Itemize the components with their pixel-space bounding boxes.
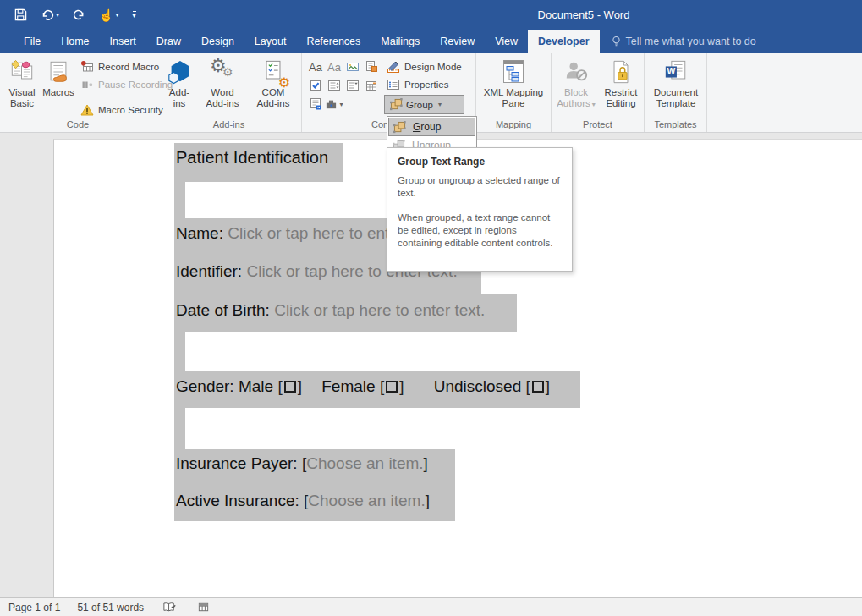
xml-mapping-pane-icon (500, 57, 527, 87)
macros-icon (46, 57, 71, 87)
tab-review[interactable]: Review (430, 30, 485, 53)
document-template-label-2: Template (656, 98, 696, 108)
picture-content-control-button[interactable] (343, 58, 362, 76)
visual-basic-button[interactable]: Visual Basic (5, 57, 39, 109)
group-dropdown-button[interactable]: Group ▾ (384, 95, 464, 114)
macro-status-icon (197, 601, 210, 613)
rich-text-content-control-button[interactable]: Aa (306, 58, 325, 76)
properties-button[interactable]: Properties (384, 75, 464, 93)
tab-insert[interactable]: Insert (100, 30, 146, 53)
visual-basic-label-1: Visual (8, 87, 35, 97)
tab-design[interactable]: Design (191, 30, 244, 53)
save-icon (14, 8, 27, 21)
picture-control-icon (346, 60, 360, 74)
repeating-section-content-control-button[interactable] (306, 95, 325, 113)
dropdown-list-content-control-button[interactable] (343, 76, 362, 95)
checkbox-control-icon (309, 79, 322, 92)
touch-mode-icon: ☝ (99, 8, 113, 22)
plain-text-content-control-button[interactable]: Aa (325, 58, 343, 76)
bracket-close: ] (546, 377, 550, 395)
checkbox-content-control-button[interactable] (306, 76, 325, 95)
female-checkbox[interactable] (386, 381, 398, 393)
macro-recording-status-button[interactable] (187, 601, 220, 613)
bracket-open: [ (526, 377, 530, 395)
tell-me-label: Tell me what you want to do (626, 36, 756, 47)
tab-view[interactable]: View (485, 30, 528, 53)
tab-file[interactable]: File (14, 30, 51, 53)
pause-recording-icon (80, 78, 94, 91)
dropdown-list-icon (346, 79, 360, 92)
window-title: Document5 - Word (474, 0, 694, 30)
tooltip-title: Group Text Range (398, 156, 562, 168)
design-mode-label: Design Mode (404, 62, 462, 72)
svg-text:W: W (667, 67, 676, 76)
record-macro-icon (80, 60, 94, 74)
selection-highlight (174, 332, 185, 371)
restrict-editing-button[interactable]: Restrict Editing (601, 57, 641, 109)
insurance-payer-placeholder[interactable]: Choose an item. (306, 454, 423, 472)
addins-button[interactable]: Add- ins (163, 57, 195, 109)
document-template-label-1: Document (654, 87, 698, 97)
save-button[interactable] (12, 4, 30, 26)
redo-button[interactable] (70, 4, 88, 26)
proofing-check-icon (162, 602, 177, 613)
tab-home[interactable]: Home (51, 30, 99, 53)
bracket-close: ] (424, 454, 428, 472)
combo-box-content-control-button[interactable] (325, 76, 343, 95)
active-insurance-label: Active Insurance: (176, 492, 299, 509)
gender-field-line: Gender: Male [] Female [] Undisclosed [] (176, 377, 550, 396)
macros-button[interactable]: Macros (41, 57, 76, 98)
ribbon-group-protect: Block Authors▾ Restrict Editing Protect (552, 53, 645, 132)
word-addins-gears-icon: ⚙ ⚙ (208, 57, 237, 87)
group-button-caret-icon: ▾ (438, 101, 442, 108)
male-checkbox[interactable] (284, 381, 296, 393)
undo-icon (41, 8, 54, 22)
ribbon-group-mapping: XML Mapping Pane Mapping (476, 53, 552, 132)
status-bar: Page 1 of 1 51 of 51 words (0, 597, 862, 616)
touch-mode-caret-icon[interactable]: ▾ (115, 12, 118, 19)
gender-undisclosed-label: Undisclosed (434, 377, 522, 395)
selection-highlight (174, 182, 185, 218)
touch-mouse-mode-button[interactable]: ☝ ▾ (96, 4, 121, 26)
com-addins-icon: ⚙ (260, 57, 287, 87)
tab-layout[interactable]: Layout (244, 30, 297, 53)
tab-developer[interactable]: Developer (528, 30, 599, 53)
menu-item-group[interactable]: Group (388, 118, 475, 136)
word-addins-button[interactable]: ⚙ ⚙ Word Add-ins (200, 57, 244, 109)
undo-button[interactable]: ▾ (38, 4, 62, 26)
repeating-section-icon (309, 97, 322, 111)
date-picker-icon (365, 79, 378, 92)
page-indicator[interactable]: Page 1 of 1 (0, 602, 69, 613)
identifier-label: Identifier: (176, 262, 242, 280)
restrict-editing-label-2: Editing (606, 98, 635, 108)
document-template-button[interactable]: W Document Template (650, 57, 702, 109)
building-block-gallery-control-button[interactable] (362, 58, 381, 76)
group-label-protect: Protect (552, 119, 644, 129)
word-count[interactable]: 51 of 51 words (69, 602, 152, 613)
proofing-status-button[interactable] (152, 602, 187, 613)
block-authors-caret-icon: ▾ (592, 101, 596, 108)
xml-mapping-pane-button[interactable]: XML Mapping Pane (478, 57, 549, 109)
word-addins-label-2: Add-ins (206, 98, 239, 108)
tab-mailings[interactable]: Mailings (371, 30, 430, 53)
customize-qat-button[interactable]: ▾ (130, 4, 139, 26)
building-block-icon (365, 60, 378, 74)
addins-label-2: ins (173, 98, 186, 108)
date-picker-content-control-button[interactable] (362, 76, 381, 95)
com-addins-button[interactable]: ⚙ COM Add-ins (251, 57, 295, 109)
tell-me-box[interactable]: Tell me what you want to do (603, 30, 765, 53)
menu-item-group-label: Group (413, 121, 441, 133)
active-insurance-field-line: Active Insurance: [Choose an item.] (176, 492, 430, 510)
legacy-tools-button[interactable]: ▾ (325, 95, 343, 113)
undo-dropdown-caret-icon[interactable]: ▾ (56, 12, 59, 19)
com-addins-gear-icon: ⚙ (278, 74, 290, 91)
macro-security-label: Macro Security (98, 105, 163, 115)
active-insurance-placeholder[interactable]: Choose an item. (308, 492, 425, 509)
design-mode-button[interactable]: Design Mode (384, 58, 464, 75)
dob-placeholder[interactable]: Click or tap here to enter text. (274, 301, 485, 319)
tooltip-paragraph-1: Group or ungroup a selected range of tex… (398, 174, 562, 200)
tab-references[interactable]: References (296, 30, 371, 53)
undisclosed-checkbox[interactable] (532, 381, 544, 393)
tab-draw[interactable]: Draw (146, 30, 191, 53)
record-macro-label: Record Macro (98, 62, 159, 72)
